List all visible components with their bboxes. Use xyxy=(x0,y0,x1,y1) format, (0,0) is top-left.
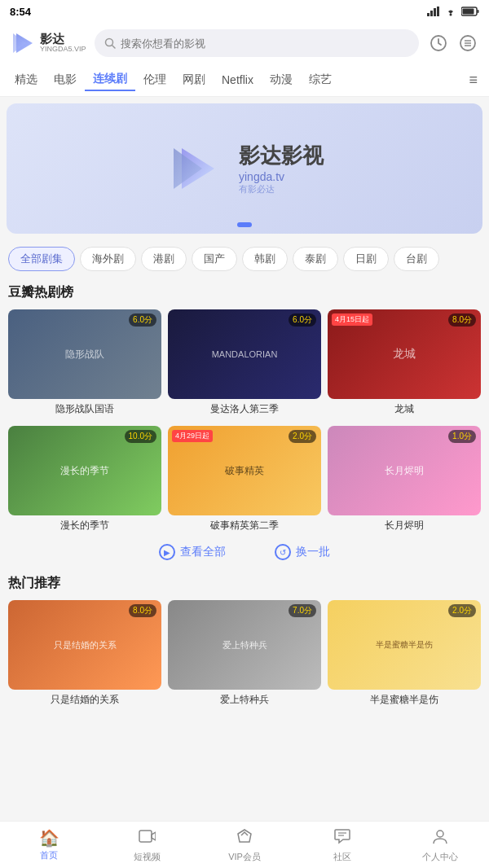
battery-icon xyxy=(461,7,479,16)
card-2[interactable]: MANDALORIAN 6.0分 xyxy=(168,309,321,399)
chip-chinese[interactable]: 国产 xyxy=(192,247,237,271)
tab-netflix[interactable]: Netflix xyxy=(214,70,262,90)
table-row[interactable]: 破事精英 2.0分 4月29日起 破事精英第二季 xyxy=(168,426,321,536)
logo-main: 影达 xyxy=(40,33,86,46)
card-score-6: 1.0分 xyxy=(448,430,476,443)
card-1[interactable]: 隐形战队 6.0分 xyxy=(8,309,161,399)
filter-chips: 全部剧集 海外剧 港剧 国产 韩剧 泰剧 日剧 台剧 xyxy=(0,240,489,278)
card-4[interactable]: 漫长的季节 10.0分 xyxy=(8,426,161,515)
new-tag-3: 4月15日起 xyxy=(332,313,372,326)
douban-section-title: 豆瓣热剧榜 xyxy=(8,284,481,301)
hot-section-title: 热门推荐 xyxy=(8,575,481,592)
tab-zongyi[interactable]: 综艺 xyxy=(301,69,340,90)
nav-tabs: 精选 电影 连续剧 伦理 网剧 Netflix 动漫 综艺 ≡ xyxy=(0,64,489,97)
hot-section: 热门推荐 只是结婚的关系 8.0分 只是结婚的关系 爱上特种兵 7.0分 爱上特… xyxy=(0,575,489,710)
search-input[interactable] xyxy=(121,37,409,50)
rec-card-2[interactable]: 爱上特种兵 7.0分 xyxy=(168,600,321,690)
logo-text: 影达 YINGDA5.VIP xyxy=(40,33,86,54)
view-all-label: 查看全部 xyxy=(180,545,226,559)
rec-card-3[interactable]: 半是蜜糖半是伤 2.0分 xyxy=(328,600,481,690)
chip-korean[interactable]: 韩剧 xyxy=(242,247,288,271)
chip-all[interactable]: 全部剧集 xyxy=(8,247,75,271)
hot-grid: 只是结婚的关系 8.0分 只是结婚的关系 爱上特种兵 7.0分 爱上特种兵 半是… xyxy=(8,600,481,710)
chip-thai[interactable]: 泰剧 xyxy=(293,247,338,271)
card-title-1: 隐形战队国语 xyxy=(8,399,161,419)
svg-rect-6 xyxy=(478,10,479,13)
card-5[interactable]: 破事精英 2.0分 4月29日起 xyxy=(168,426,321,515)
rec-card-title-2: 爱上特种兵 xyxy=(168,690,321,710)
card-score-2: 6.0分 xyxy=(289,313,316,327)
tab-dianying[interactable]: 电影 xyxy=(46,69,85,90)
svg-rect-2 xyxy=(434,8,436,16)
card-6[interactable]: 长月烬明 1.0分 xyxy=(328,426,481,515)
refresh-button[interactable]: ↺ 换一批 xyxy=(275,544,330,560)
table-row[interactable]: 隐形战队 6.0分 隐形战队国语 xyxy=(8,309,161,419)
card-score-1: 6.0分 xyxy=(129,313,156,327)
list-item[interactable]: 爱上特种兵 7.0分 爱上特种兵 xyxy=(168,600,321,710)
table-row[interactable]: 漫长的季节 10.0分 漫长的季节 xyxy=(8,426,161,536)
chip-taiwan[interactable]: 台剧 xyxy=(394,247,439,271)
table-row[interactable]: 长月烬明 1.0分 长月烬明 xyxy=(328,426,481,536)
header-icons xyxy=(427,32,479,55)
banner-text: 影达影视 yingda.tv 有影必达 xyxy=(239,142,324,195)
refresh-icon: ↺ xyxy=(275,544,291,560)
chip-japanese[interactable]: 日剧 xyxy=(343,247,389,271)
banner-title: 影达影视 xyxy=(239,142,324,170)
search-icon xyxy=(104,37,116,49)
banner-dot-1[interactable] xyxy=(237,222,252,227)
svg-rect-7 xyxy=(463,9,474,15)
tab-lianjuju[interactable]: 连续剧 xyxy=(85,68,135,91)
table-row[interactable]: MANDALORIAN 6.0分 曼达洛人第三季 xyxy=(168,309,321,419)
new-tag-5: 4月29日起 xyxy=(172,430,213,442)
signal-icon xyxy=(427,7,440,16)
list-item[interactable]: 只是结婚的关系 8.0分 只是结婚的关系 xyxy=(8,600,161,710)
rec-card-title-1: 只是结婚的关系 xyxy=(8,690,161,710)
card-score-5: 2.0分 xyxy=(289,430,316,443)
rec-card-title-3: 半是蜜糖半是伤 xyxy=(328,690,481,710)
time: 8:54 xyxy=(10,6,31,18)
logo-icon xyxy=(10,30,36,56)
svg-point-4 xyxy=(450,14,452,16)
chip-hk[interactable]: 港剧 xyxy=(141,247,187,271)
status-icons xyxy=(427,7,479,16)
list-item[interactable]: 半是蜜糖半是伤 2.0分 半是蜜糖半是伤 xyxy=(328,600,481,710)
logo[interactable]: 影达 YINGDA5.VIP xyxy=(10,30,86,56)
card-title-6: 长月烬明 xyxy=(328,515,481,536)
logo-sub: YINGDA5.VIP xyxy=(40,46,86,54)
banner-subtitle: yingda.tv xyxy=(239,170,324,183)
svg-rect-3 xyxy=(437,7,439,16)
card-title-5: 破事精英第二季 xyxy=(168,515,321,536)
rec-card-score-3: 2.0分 xyxy=(448,604,476,617)
card-3[interactable]: 龙城 8.0分 4月15日起 xyxy=(328,309,481,399)
svg-rect-0 xyxy=(427,13,430,16)
banner[interactable]: 影达影视 yingda.tv 有影必达 xyxy=(7,103,482,234)
banner-tagline: 有影必达 xyxy=(239,183,324,195)
tab-dongman[interactable]: 动漫 xyxy=(262,69,301,90)
view-all-button[interactable]: ▶ 查看全部 xyxy=(159,544,226,560)
douban-grid: 隐形战队 6.0分 隐形战队国语 MANDALORIAN 6.0分 曼达洛人第三… xyxy=(8,309,481,536)
refresh-label: 换一批 xyxy=(296,545,330,559)
tab-lunli[interactable]: 伦理 xyxy=(135,69,174,90)
card-title-3: 龙城 xyxy=(328,399,481,419)
svg-rect-1 xyxy=(430,11,433,16)
banner-dots xyxy=(237,222,252,227)
card-score-3: 8.0分 xyxy=(448,313,476,327)
menu-icon[interactable] xyxy=(456,32,479,55)
play-icon: ▶ xyxy=(159,544,175,560)
rec-card-score-2: 7.0分 xyxy=(289,604,316,617)
rec-card-score-1: 8.0分 xyxy=(129,604,156,617)
tab-wangju[interactable]: 网剧 xyxy=(174,69,214,90)
history-icon[interactable] xyxy=(427,32,450,55)
chip-overseas[interactable]: 海外剧 xyxy=(80,247,136,271)
action-row: ▶ 查看全部 ↺ 换一批 xyxy=(8,536,481,568)
rec-card-1[interactable]: 只是结婚的关系 8.0分 xyxy=(8,600,161,690)
card-title-2: 曼达洛人第三季 xyxy=(168,399,321,419)
table-row[interactable]: 龙城 8.0分 4月15日起 龙城 xyxy=(328,309,481,419)
card-title-4: 漫长的季节 xyxy=(8,515,161,536)
search-bar[interactable] xyxy=(95,29,419,57)
banner-content: 影达影视 yingda.tv 有影必达 xyxy=(165,140,324,197)
tab-jingxuan[interactable]: 精选 xyxy=(7,69,46,90)
banner-logo-icon xyxy=(165,140,222,197)
header: 影达 YINGDA5.VIP xyxy=(0,23,489,64)
nav-more-icon[interactable]: ≡ xyxy=(464,72,482,89)
